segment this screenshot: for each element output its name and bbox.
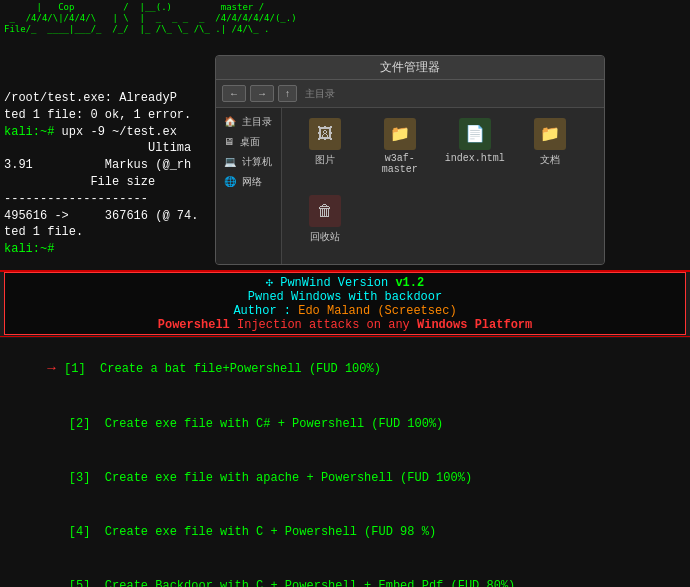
fm-titlebar: 文件管理器 [216,56,604,80]
menu-text-1: Create a bat file+Powershell (FUD 100%) [86,362,381,376]
fm-label-w3af: w3af-master [367,153,432,175]
red-separator-bottom [0,336,690,337]
fm-file-icon-index: 📄 [459,118,491,150]
menu-text-5: Create Backdoor with C + Powershell + Em… [90,579,515,587]
term-391: 3.91 Markus (@_rh [4,157,198,174]
term-done: ted 1 file. [4,224,198,241]
powershell-keyword: Powershell [158,318,230,332]
fm-item-pictures[interactable]: 🖼 图片 [292,118,357,185]
term-kali-line1: kali:~# upx -9 ~/test.ex [4,124,198,141]
term-495: 495616 -> 367616 (@ 74. [4,208,198,225]
powershell-text: Injection attacks on any [237,318,417,332]
fm-forward-btn[interactable]: → [250,85,274,102]
fm-back-btn[interactable]: ← [222,85,246,102]
term-ultima: Ultima [4,140,198,157]
ascii-art-header: | Cop / |__(.) master / _ /4/4/\|/4/4/\ … [0,0,301,36]
file-manager[interactable]: 文件管理器 ← → ↑ 主目录 🏠 主目录 🖥 桌面 💻 计算机 🌐 网络 � [215,55,605,265]
fm-sidebar-home[interactable]: 🏠 主目录 [216,112,281,132]
pwnwind-tagline: Pwned Windows with backdoor [9,290,681,304]
menu-num-3: [3] [47,471,90,485]
arrow-icon: → [47,360,64,376]
fm-item-docs[interactable]: 📁 文档 [517,118,582,185]
fm-sidebar-network[interactable]: 🌐 网络 [216,172,281,192]
menu-text-2: Create exe file with C# + Powershell (FU… [90,417,443,431]
menu-item-2: [2] Create exe file with C# + Powershell… [4,397,686,451]
fm-label-pictures: 图片 [315,153,335,167]
menu-num-1: [1] [64,362,86,376]
fm-item-trash[interactable]: 🗑 回收站 [292,195,357,254]
fm-sidebar-desktop[interactable]: 🖥 桌面 [216,132,281,152]
fm-path: 主目录 [305,87,335,101]
menu-item-4: [4] Create exe file with C + Powershell … [4,505,686,559]
pwnwind-version-number: v1.2 [395,276,424,290]
fm-file-grid: 🖼 图片 📁 w3af-master 📄 index.html 📁 文档 [282,108,604,264]
fm-label-trash: 回收站 [310,230,340,244]
fm-title: 文件管理器 [380,59,440,76]
term-upx-line2: ted 1 file: 0 ok, 1 error. [4,107,198,124]
term-separator: -------------------- [4,191,198,208]
fm-folder-icon-docs: 📁 [534,118,566,150]
fm-item-w3af[interactable]: 📁 w3af-master [367,118,432,185]
fm-folder-icon-pictures: 🖼 [309,118,341,150]
fm-label-index: index.html [445,153,505,164]
menu-text-3: Create exe file with apache + Powershell… [90,471,472,485]
author-name: Edo Maland (Screetsec) [298,304,456,318]
pwnwind-version-label: ✣ PwnWind Version [266,276,388,290]
fm-up-btn[interactable]: ↑ [278,85,297,102]
term-upx-line1: /root/test.exe: AlreadyP [4,90,198,107]
fm-toolbar: ← → ↑ 主目录 [216,80,604,108]
pwnwind-box: ✣ PwnWind Version v1.2 Pwned Windows wit… [4,272,686,335]
pwnwind-version-line: ✣ PwnWind Version v1.2 [9,275,681,290]
fm-trash-icon: 🗑 [309,195,341,227]
pwnwind-author: Author : Edo Maland (Screetsec) [9,304,681,318]
menu-item-1: → [1] Create a bat file+Powershell (FUD … [4,340,686,397]
term-kali2: kali:~# [4,241,198,258]
terminal: | Cop / |__(.) master / _ /4/4/\|/4/4/\ … [0,0,690,587]
fm-item-index[interactable]: 📄 index.html [442,118,507,185]
menu-text-4: Create exe file with C + Powershell (FUD… [90,525,436,539]
menu-num-5: [5] [47,579,90,587]
author-label: Author : [233,304,291,318]
fm-folder-icon-w3af: 📁 [384,118,416,150]
menu-item-5: [5] Create Backdoor with C + Powershell … [4,559,686,587]
pwnwind-ps-line: Powershell Injection attacks on any Wind… [9,318,681,332]
windows-keyword: Windows Platform [417,318,532,332]
term-filesize: File size [4,174,198,191]
menu-num-4: [4] [47,525,90,539]
menu-section: → [1] Create a bat file+Powershell (FUD … [0,338,690,587]
menu-num-2: [2] [47,417,90,431]
fm-sidebar-computer[interactable]: 💻 计算机 [216,152,281,172]
fm-label-docs: 文档 [540,153,560,167]
menu-item-3: [3] Create exe file with apache + Powers… [4,451,686,505]
